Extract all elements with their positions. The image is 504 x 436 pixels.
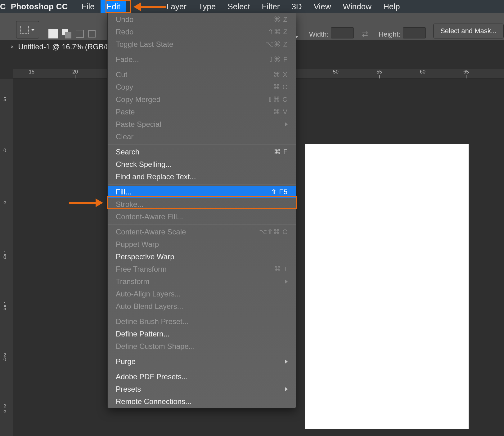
menu-view[interactable]: View	[308, 0, 337, 13]
menu-item-toggle-last-state: Toggle Last State⌥⌘ Z	[108, 38, 296, 51]
menu-layer[interactable]: Layer	[160, 0, 192, 13]
ruler-h-label: 50	[333, 69, 339, 75]
menu-item-shortcut: ⇧ F5	[271, 188, 288, 196]
menu-item-label: Toggle Last State	[116, 40, 173, 49]
close-icon[interactable]: ×	[11, 44, 14, 50]
menu-item-label: Copy Merged	[116, 95, 160, 104]
menu-separator	[108, 224, 296, 225]
menu-item-label: Define Pattern...	[116, 330, 169, 338]
menu-3d[interactable]: 3D	[286, 0, 308, 13]
menu-item-shortcut: ⌘ T	[274, 265, 288, 273]
menu-filter[interactable]: Filter	[256, 0, 286, 13]
menu-item-shortcut: ⌘ C	[273, 83, 288, 91]
selection-add-icon[interactable]	[62, 29, 71, 38]
menu-item-find-and-replace-text[interactable]: Find and Replace Text...	[108, 171, 296, 183]
chevron-right-icon	[285, 387, 288, 391]
menu-separator	[108, 184, 296, 185]
menu-window[interactable]: Window	[337, 0, 377, 13]
menu-file[interactable]: File	[76, 0, 101, 13]
width-input[interactable]	[331, 27, 354, 38]
app-name: Photoshop CC	[7, 2, 76, 11]
menu-item-shortcut: ⌘ F	[274, 148, 288, 156]
selection-mode-group	[48, 29, 96, 38]
menu-item-label: Content-Aware Fill...	[116, 212, 183, 221]
menu-item-paste: Paste⌘ V	[108, 106, 296, 118]
menu-item-label: Purge	[116, 357, 136, 366]
menu-separator	[108, 144, 296, 145]
menu-item-label: Adobe PDF Presets...	[116, 372, 188, 381]
app-logo-letter: C	[0, 2, 7, 11]
menu-item-transform: Transform	[108, 275, 296, 288]
chevron-right-icon	[285, 122, 288, 127]
ruler-v-label: 5	[2, 97, 6, 102]
menu-item-redo: Redo⇧⌘ Z	[108, 26, 296, 38]
menu-item-label: Presets	[116, 385, 141, 394]
ruler-v-label: 25	[2, 404, 6, 413]
menu-item-define-brush-preset: Define Brush Preset...	[108, 315, 296, 328]
menu-edit[interactable]: Edit	[101, 0, 126, 13]
menu-item-adobe-pdf-presets[interactable]: Adobe PDF Presets...	[108, 371, 296, 383]
selection-subtract-icon[interactable]	[76, 30, 84, 38]
menu-item-label: Clear	[116, 132, 133, 141]
tool-preset-picker[interactable]	[16, 21, 39, 38]
menu-item-label: Redo	[116, 28, 133, 36]
menu-item-content-aware-fill: Content-Aware Fill...	[108, 211, 296, 223]
document-tab[interactable]: × Untitled-1 @ 16.7% (RGB/8)	[5, 39, 118, 55]
menu-item-presets[interactable]: Presets	[108, 383, 296, 395]
menu-item-label: Auto-Blend Layers...	[116, 302, 183, 311]
menu-item-label: Perspective Warp	[116, 252, 174, 261]
menu-item-label: Remote Connections...	[116, 397, 191, 406]
menu-item-copy: Copy⌘ C	[108, 81, 296, 93]
ruler-v-label: 10	[2, 251, 6, 260]
menu-select[interactable]: Select	[222, 0, 256, 13]
menu-item-shortcut: ⇧⌘ C	[267, 96, 288, 104]
marquee-icon	[20, 26, 29, 34]
menu-item-paste-special: Paste Special	[108, 118, 296, 131]
menu-item-perspective-warp[interactable]: Perspective Warp	[108, 251, 296, 263]
ruler-h-label: 15	[29, 69, 34, 75]
menu-item-shortcut: ⌘ X	[273, 71, 288, 79]
menu-item-remote-connections[interactable]: Remote Connections...	[108, 395, 296, 408]
height-input[interactable]	[403, 27, 426, 38]
menu-item-purge[interactable]: Purge	[108, 355, 296, 368]
menu-item-stroke: Stroke...	[108, 198, 296, 211]
ruler-v-label: 5	[2, 200, 6, 204]
ruler-h-label: 60	[420, 69, 425, 75]
menu-item-define-pattern[interactable]: Define Pattern...	[108, 328, 296, 340]
menu-bar: C Photoshop CC File Edit Image Layer Typ…	[0, 0, 504, 13]
menu-item-auto-align-layers: Auto-Align Layers...	[108, 288, 296, 300]
menu-item-label: Define Custom Shape...	[116, 342, 195, 351]
toolbar-handle[interactable]	[0, 15, 11, 38]
menu-item-label: Auto-Align Layers...	[116, 290, 181, 298]
menu-item-label: Content-Aware Scale	[116, 228, 186, 236]
document-title: Untitled-1 @ 16.7% (RGB/8)	[18, 42, 112, 51]
menu-item-copy-merged: Copy Merged⇧⌘ C	[108, 93, 296, 106]
menu-item-fade: Fade...⇧⌘ F	[108, 53, 296, 66]
menu-separator	[108, 369, 296, 369]
ruler-v-label: 20	[2, 353, 6, 362]
ruler-h-label: 55	[376, 69, 382, 75]
menu-item-fill[interactable]: Fill...⇧ F5	[108, 186, 296, 198]
select-and-mask-button[interactable]: Select and Mask...	[433, 24, 504, 38]
menu-item-label: Copy	[116, 83, 133, 91]
selection-new-icon[interactable]	[48, 29, 58, 38]
menu-item-define-custom-shape: Define Custom Shape...	[108, 340, 296, 353]
menu-type[interactable]: Type	[192, 0, 222, 13]
ruler-vertical: 505101520253035	[0, 79, 13, 436]
menu-item-label: Search	[116, 148, 139, 156]
selection-intersect-icon[interactable]	[88, 30, 96, 38]
menu-item-shortcut: ⌥⌘ Z	[266, 40, 288, 48]
menu-separator	[108, 52, 296, 52]
menu-item-puppet-warp: Puppet Warp	[108, 238, 296, 251]
menu-item-undo: Undo⌘ Z	[108, 13, 296, 26]
document-canvas[interactable]	[305, 144, 469, 429]
menu-item-label: Check Spelling...	[116, 160, 172, 169]
menu-help[interactable]: Help	[377, 0, 406, 13]
swap-dimensions-icon[interactable]: ⇄	[362, 30, 371, 38]
menu-item-label: Paste Special	[116, 120, 161, 129]
menu-item-check-spelling[interactable]: Check Spelling...	[108, 158, 296, 171]
menu-separator	[108, 67, 296, 67]
chevron-right-icon	[285, 279, 288, 284]
menu-item-search[interactable]: Search⌘ F	[108, 146, 296, 158]
chevron-down-icon	[31, 29, 35, 31]
